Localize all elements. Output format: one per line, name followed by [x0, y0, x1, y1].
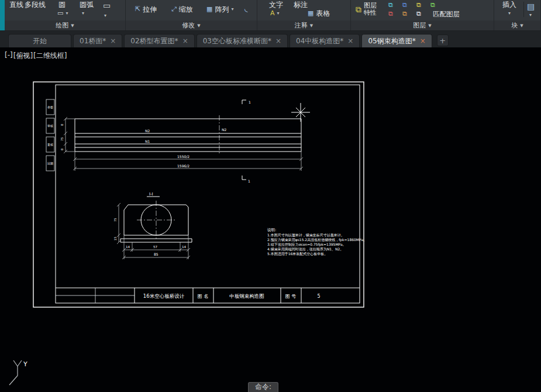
ribbon-panel-modify: ⇱ 拉伸 ⤢ 缩放 ▦ 阵列 ▾ ◟ 修改 ▼ [126, 0, 257, 30]
chevron-down-icon: ▾ [277, 9, 280, 18]
line-button[interactable]: 直线 [9, 1, 23, 9]
layer-lock-icon[interactable]: ⧉ [416, 1, 421, 9]
match-layer-button[interactable]: 匹配图层 [433, 10, 460, 18]
new-tab-button[interactable]: + [437, 35, 449, 46]
close-icon[interactable]: × [110, 37, 116, 45]
notes-line: 2.预应力钢束采用φs15.2高强低松弛钢绞线，fpk=1860MPa。 [267, 238, 367, 242]
file-tab-bar: 开始 01桥面* × 02桥型布置图* × 03空心板标准横断面* × 04中板… [0, 31, 541, 47]
layer-walk-icon[interactable]: ⧉ [416, 10, 421, 18]
block-panel-footer[interactable]: 块 ▼ [494, 20, 540, 30]
ucs-icon: Y [5, 358, 30, 388]
block-tool-flyout[interactable]: ▾ [529, 11, 532, 19]
array-button[interactable]: ▦ 阵列 ▾ [206, 5, 233, 13]
close-icon[interactable]: × [182, 37, 188, 45]
notes-title: 说明: [267, 228, 276, 232]
panel-expand-icon: ▼ [310, 23, 313, 28]
dimension-button[interactable]: 标注 [294, 1, 308, 9]
polyline-button[interactable]: 多段线 [25, 1, 46, 9]
section-left-dims [117, 203, 120, 244]
elevation-dim: 8 [60, 124, 64, 126]
text-icon: A [270, 9, 275, 18]
notes-line: 5.本图适用于16米装配式空心板中板。 [267, 252, 328, 256]
notes-line: 4.钢束采用两端同时张拉，张拉顺序为N1、N2。 [267, 247, 343, 252]
circle-flyout[interactable]: ▭ ▾ [57, 9, 68, 18]
fillet-button[interactable]: ◟ [244, 4, 247, 13]
dim-half-span: 1550/2 [177, 154, 189, 159]
modify-panel-footer[interactable]: 修改 ▼ [126, 20, 257, 30]
table-button[interactable]: ▦ 表格 [308, 9, 330, 18]
layers-panel-footer[interactable]: 图层 ▼ [351, 20, 494, 30]
section-dim: 75 [113, 218, 117, 222]
ucs-y-label: Y [23, 360, 27, 368]
sheet-outer-border [33, 82, 364, 307]
layer-state-icon[interactable]: ⧉ [388, 1, 393, 9]
close-icon[interactable]: × [420, 37, 426, 45]
modify-panel-label: 修改 [182, 21, 195, 30]
ribbon-panel-draw: 直线 多段线 圆 圆弧 ▭ ▾ ▾ ▭ ▾ 绘图 ▼ [5, 0, 126, 30]
rectangle-tool-button[interactable]: ▭ [103, 1, 111, 10]
layer-on-icon[interactable]: ⧉ [430, 1, 435, 9]
titleblock-name-label: 图 名 [198, 294, 209, 299]
tab-label: 01桥面* [80, 36, 106, 46]
tab-label: 开始 [33, 36, 47, 46]
section-dim: 57 [153, 245, 157, 249]
tab-label: 04中板构造图* [296, 36, 343, 46]
beam-elevation-view: N2 N1 N2 8 75 8 [60, 100, 303, 183]
viewport-style-control[interactable]: [二维线框] [33, 51, 67, 61]
layer-properties-label-2: 特性 [364, 9, 377, 16]
scale-icon: ⤢ [171, 5, 177, 13]
chevron-down-icon: ▾ [104, 13, 106, 18]
section-mark-number: 1 [248, 179, 250, 183]
close-icon[interactable]: × [347, 37, 353, 45]
insert-flyout[interactable]: ▾ [508, 9, 511, 18]
titleblock-number: 5 [317, 294, 320, 299]
annotate-panel-footer[interactable]: 注释 ▼ [257, 20, 350, 30]
draw-panel-footer[interactable]: 绘图 ▼ [5, 20, 125, 30]
rectangle-icon: ▭ [103, 1, 111, 10]
rectangle-tool-flyout[interactable]: ▾ [104, 11, 106, 20]
layer-off-icon[interactable]: ⧉ [388, 10, 393, 18]
tab-02[interactable]: 02桥型布置图* × [124, 34, 194, 47]
viewport-menu-control[interactable]: [-] [5, 51, 13, 61]
section-title: I-I [149, 192, 153, 197]
margin-box-label: 日期 [47, 161, 53, 166]
viewport-view-control[interactable]: [俯视] [13, 51, 33, 61]
tab-05-active[interactable]: 05钢束构造图* × [361, 34, 432, 47]
title-block: 16米空心板桥设计 图 名 中板钢束构造图 图 号 5 [56, 288, 360, 303]
fillet-icon: ◟ [244, 4, 247, 13]
scale-label: 缩放 [179, 5, 193, 13]
divider [523, 2, 524, 17]
layer-freeze-icon[interactable]: ⧉ [402, 1, 407, 9]
arc-button[interactable]: 圆弧 [80, 1, 94, 9]
tendon-label-n2: N2 [145, 129, 150, 133]
drawing-canvas[interactable]: [-] [俯视] [二维线框] 会签 审核 复核 日期 [0, 47, 541, 392]
tab-03[interactable]: 03空心板标准横断面* × [197, 34, 288, 47]
elevation-dim: 8 [60, 149, 64, 150]
layer-isolate-icon[interactable]: ⧉ [402, 10, 407, 18]
tab-start[interactable]: 开始 [8, 34, 71, 47]
stretch-label: 拉伸 [143, 5, 157, 13]
text-button[interactable]: 文字 [269, 1, 283, 9]
panel-expand-icon: ▼ [197, 23, 200, 28]
block-tool-icon[interactable]: ▤ [527, 2, 535, 11]
array-label: 阵列 [215, 5, 229, 13]
scale-button[interactable]: ⤢ 缩放 [171, 5, 193, 13]
stretch-button[interactable]: ⇱ 拉伸 [135, 5, 157, 13]
circle-button[interactable]: 圆 [58, 1, 66, 9]
section-cut-mark-top [242, 100, 246, 104]
layer-properties-button[interactable]: ⧉ 图层 特性 [356, 2, 377, 16]
notes-block: 说明: 1.本图尺寸均以厘米计，钢束坐标尺寸以毫米计。 2.预应力钢束采用φs1… [267, 228, 367, 256]
tab-04[interactable]: 04中板构造图* × [290, 34, 360, 47]
plus-icon: + [439, 36, 446, 45]
insert-block-button[interactable]: 插入 [502, 1, 516, 9]
tab-01[interactable]: 01桥面* × [73, 34, 122, 47]
text-flyout[interactable]: A ▾ [270, 9, 280, 18]
arc-flyout[interactable]: ▾ [82, 9, 84, 18]
close-icon[interactable]: × [275, 37, 281, 45]
dim-half-length: 1596/2 [177, 164, 189, 168]
section-dim: 15 [113, 237, 117, 240]
command-prompt: 命令: [255, 383, 271, 391]
command-line[interactable]: 命令: [248, 382, 278, 392]
annotate-panel-label: 注释 [295, 21, 308, 30]
ribbon-panel-layers: ⧉ 图层 特性 ⧉ ⧉ ⧉ ⧉ ⧉ ⧉ ⧉ 匹配图层 图层 ▼ [351, 0, 494, 30]
